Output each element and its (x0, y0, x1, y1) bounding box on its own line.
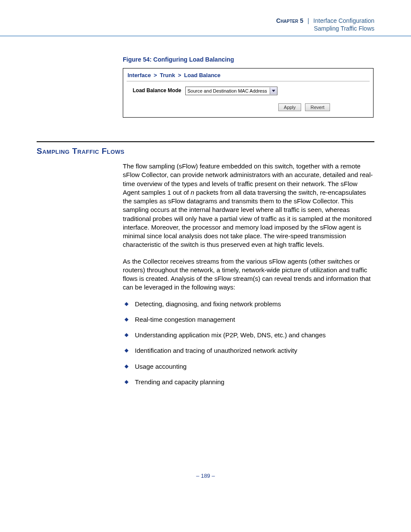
bullet-list: Detecting, diagnosing, and fixing networ… (123, 300, 374, 387)
list-item: Trending and capacity planning (123, 378, 374, 386)
list-item: Usage accounting (123, 362, 374, 371)
para1-b: packets from all data traversing the swi… (123, 189, 372, 249)
section-rule (37, 141, 374, 142)
breadcrumb-part-2[interactable]: Trunk (160, 72, 175, 78)
chapter-title: Interface Configuration (313, 17, 374, 24)
chevron-down-icon (270, 87, 277, 94)
header-subtitle: Sampling Traffic Flows (0, 25, 374, 32)
paragraph-1: The flow sampling (sFlow) feature embedd… (123, 162, 374, 249)
header-line-1: Chapter 5 | Interface Configuration (0, 17, 374, 24)
section-heading: Sampling Traffic Flows (37, 146, 374, 156)
breadcrumb-sep-1: > (153, 72, 159, 78)
breadcrumb-part-3[interactable]: Load Balance (184, 72, 221, 78)
para1-em: n (191, 189, 194, 196)
apply-button[interactable]: Apply (278, 103, 302, 111)
page-header: Chapter 5 | Interface Configuration Samp… (0, 0, 411, 37)
svg-marker-0 (272, 90, 275, 92)
list-item: Understanding application mix (P2P, Web,… (123, 331, 374, 339)
figure-screenshot: Interface > Trunk > Load Balance Load Ba… (123, 68, 374, 118)
select-value: Source and Destination MAC Address (187, 88, 267, 93)
page-number: – 189 – (0, 473, 411, 492)
list-item: Real-time congestion management (123, 315, 374, 324)
list-item: Identification and tracing of unauthoriz… (123, 346, 374, 355)
list-item: Detecting, diagnosing, and fixing networ… (123, 300, 374, 308)
load-balance-mode-label: Load Balance Mode (133, 87, 181, 93)
chapter-label: Chapter 5 (276, 17, 303, 24)
breadcrumb-part-1[interactable]: Interface (128, 72, 151, 78)
divider (127, 81, 370, 81)
breadcrumb-sep-2: > (177, 72, 183, 78)
section-body: The flow sampling (sFlow) feature embedd… (123, 162, 374, 386)
button-row: Apply Revert (123, 100, 373, 117)
load-balance-mode-select[interactable]: Source and Destination MAC Address (185, 87, 277, 95)
form-row: Load Balance Mode Source and Destination… (123, 85, 373, 100)
header-separator: | (305, 17, 312, 24)
paragraph-2: As the Collector receives streams from t… (123, 257, 374, 292)
revert-button[interactable]: Revert (305, 103, 330, 111)
breadcrumb: Interface > Trunk > Load Balance (123, 68, 373, 81)
figure-caption: Figure 54: Configuring Load Balancing (123, 56, 374, 63)
